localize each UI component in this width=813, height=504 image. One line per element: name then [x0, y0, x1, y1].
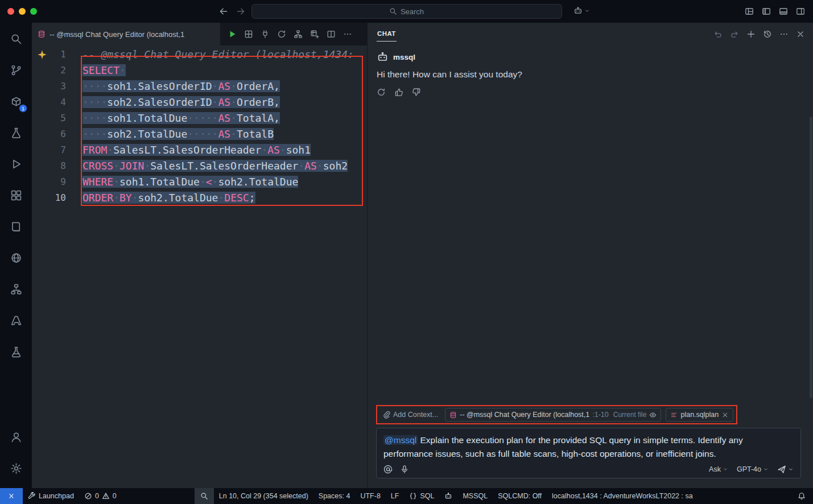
helpful-button[interactable] [394, 88, 403, 97]
remote-indicator[interactable] [0, 488, 23, 504]
message-sender: mssql [393, 53, 415, 61]
forward-icon[interactable] [236, 6, 246, 16]
change-connection-button[interactable] [274, 27, 289, 42]
minimize-button[interactable] [19, 8, 26, 15]
encoding-status[interactable]: UTF-8 [355, 488, 385, 504]
redo-button[interactable] [730, 30, 739, 39]
toggle-primary-sidebar-icon[interactable] [762, 7, 771, 16]
code-line-8[interactable]: 8CROSS·JOIN·SalesLT.SalesOrderHeader·AS·… [32, 158, 367, 174]
sidebar-item-sql-projects[interactable] [3, 214, 28, 239]
sidebar-item-source-control[interactable] [3, 57, 28, 82]
chevron-down-icon [584, 8, 590, 14]
editor-tab[interactable]: -- @mssql Chat Query Editor (localhost,1 [32, 23, 221, 46]
sidebar-item-remote-explorer[interactable]: 1 [3, 89, 28, 114]
connection-status[interactable]: localhost,1434 : AdventureWorksLT2022 : … [547, 488, 698, 504]
flask-icon [10, 346, 22, 358]
sidebar-item-testing[interactable] [3, 120, 28, 145]
close-panel-button[interactable] [796, 30, 805, 39]
more-actions-button[interactable] [779, 30, 789, 39]
sidebar-item-settings[interactable] [3, 456, 28, 481]
eol-status[interactable]: LF [386, 488, 405, 504]
context-chip-sqlplan[interactable]: plan.sqlplan [666, 408, 733, 422]
customize-layout-icon[interactable] [745, 7, 754, 16]
remote-icon [7, 492, 15, 500]
model-selector[interactable]: GPT-4o [737, 465, 769, 473]
code-line-7[interactable]: 7FROM·SalesLT.SalesOrderHeader·AS·soh1 [32, 142, 367, 158]
sidebar-item-resources[interactable] [3, 276, 28, 301]
scrollbar[interactable] [810, 117, 812, 398]
line-number: 3 [32, 79, 66, 94]
launchpad-status[interactable]: Launchpad [23, 488, 79, 504]
editor-actions [221, 23, 367, 46]
language-status[interactable]: SQL [404, 488, 439, 504]
play-icon [228, 30, 237, 39]
query-designer-button[interactable] [307, 27, 322, 42]
warning-icon [102, 492, 110, 500]
sqlcmd-status[interactable]: SQLCMD: Off [493, 488, 547, 504]
sidebar-item-extensions[interactable] [3, 183, 28, 208]
problems-status[interactable]: 00 [79, 488, 122, 504]
close-button[interactable] [7, 8, 14, 15]
code-line-5[interactable]: 5····soh1.TotalDue·····AS·TotalA, [32, 110, 367, 126]
code-line-1[interactable]: 1-- @mssql Chat Query Editor (localhost,… [32, 47, 367, 63]
sidebar-item-azure[interactable] [3, 308, 28, 333]
zoom-status[interactable] [195, 488, 214, 504]
add-context-button[interactable]: Add Context... [380, 410, 440, 420]
code-line-6[interactable]: 6····soh2.TotalDue·····AS·TotalB [32, 126, 367, 142]
context-chip-current-file[interactable]: -- @mssql Chat Query Editor (localhost,1… [445, 408, 661, 422]
chat-input-text[interactable]: @mssql Explain the execution plan for th… [383, 433, 794, 461]
sidebar-item-search[interactable] [3, 26, 28, 51]
code-line-3[interactable]: 3····soh1.SalesOrderID·AS·OrderA, [32, 79, 367, 94]
chevron-down-icon [723, 466, 728, 472]
unhelpful-button[interactable] [412, 88, 421, 97]
estimated-plan-button[interactable] [241, 27, 256, 42]
notifications-bell[interactable] [793, 488, 811, 504]
copilot-sparkle-icon[interactable] [37, 49, 47, 60]
copilot-status[interactable] [439, 488, 457, 504]
toggle-panel-icon[interactable] [779, 7, 788, 16]
maximize-button[interactable] [30, 8, 37, 15]
editor-group: -- @mssql Chat Query Editor (localhost,1… [32, 23, 367, 488]
sidebar-item-github[interactable] [3, 245, 28, 270]
chat-history-button[interactable] [763, 30, 772, 39]
code-line-2[interactable]: 2SELECT· [32, 63, 367, 79]
new-chat-button[interactable] [746, 30, 756, 39]
add-context-label: Add Context... [393, 411, 438, 419]
nodes-icon [294, 30, 303, 39]
sidebar-item-run-and-debug[interactable] [3, 151, 28, 176]
chat-panel-title[interactable]: CHAT [377, 27, 397, 42]
connect-button[interactable] [257, 27, 273, 42]
chat-input-box[interactable]: @mssql Explain the execution plan for th… [376, 428, 801, 478]
undo-button[interactable] [713, 30, 723, 39]
window-controls [7, 8, 37, 15]
database-icon [449, 411, 457, 419]
regenerate-button[interactable] [377, 88, 386, 97]
sidebar-item-bicep[interactable] [3, 339, 28, 364]
eye-icon[interactable] [649, 411, 657, 419]
more-actions-button[interactable] [340, 27, 355, 42]
code-line-4[interactable]: 4····soh2.SalesOrderID·AS·OrderB, [32, 94, 367, 110]
mode-selector[interactable]: Ask [709, 465, 728, 473]
remove-context-icon[interactable] [721, 411, 729, 419]
sidebar-item-accounts[interactable] [3, 424, 28, 449]
mssql-status[interactable]: MSSQL [457, 488, 493, 504]
code-editor[interactable]: 1-- @mssql Chat Query Editor (localhost,… [32, 46, 367, 488]
toggle-secondary-sidebar-icon[interactable] [796, 7, 805, 16]
copilot-menu[interactable] [573, 6, 590, 15]
microphone-icon[interactable] [400, 465, 409, 474]
indentation-status[interactable]: Spaces: 4 [313, 488, 356, 504]
vscode-window: Search 1 -- @mssql Chat Query Editor (lo… [0, 0, 813, 504]
search-command-center[interactable]: Search [251, 4, 562, 19]
back-icon[interactable] [218, 6, 229, 16]
code-line-9[interactable]: 9WHERE·soh1.TotalDue·<·soh2.TotalDue [32, 174, 367, 190]
run-query-button[interactable] [224, 27, 240, 42]
cursor-position-status[interactable]: Ln 10, Col 29 (354 selected) [214, 488, 313, 504]
chat-header-actions [713, 30, 805, 39]
prompt-text: Explain the execution plan for the provi… [383, 435, 743, 458]
mention-context-icon[interactable] [383, 465, 393, 474]
send-button[interactable] [777, 465, 794, 474]
code-line-10[interactable]: 10ORDER·BY·soh2.TotalDue·DESC; [32, 190, 367, 206]
schema-visualizer-button[interactable] [290, 27, 306, 42]
message-text: Hi there! How can I assist you today? [377, 69, 804, 80]
split-editor-button[interactable] [323, 27, 339, 42]
